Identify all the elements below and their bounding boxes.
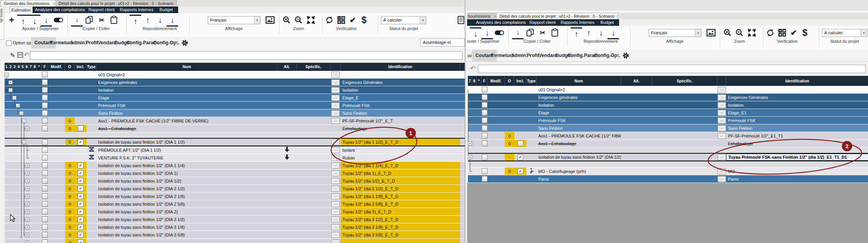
tree-expander-icon[interactable]: + (25, 217, 29, 221)
flag-checkbox[interactable] (482, 94, 487, 100)
table-row[interactable]: +0✔Isolation de tuyau sans finition 1/2"… (5, 177, 465, 185)
table-row[interactable]: +0✔Isolation de tuyau sans finition 1/2"… (5, 200, 465, 208)
column-header[interactable]: Nom (97, 63, 277, 71)
tree-expander-icon[interactable]: − (8, 88, 13, 92)
table-row[interactable]: −Sans Finition...Sans Finition (5, 109, 465, 117)
flag-checkbox[interactable] (482, 141, 487, 146)
column-header[interactable] (460, 63, 465, 71)
flag-checkbox[interactable] (42, 232, 48, 238)
more-button[interactable]: ... (331, 118, 340, 124)
more-button[interactable]: ... (718, 133, 726, 139)
column-header[interactable]: Modif. (487, 76, 505, 86)
o-cell[interactable]: 0 (65, 216, 75, 223)
tree-expander-icon[interactable]: + (25, 186, 29, 191)
o-cell[interactable]: 0 (65, 231, 75, 238)
column-header[interactable]: 2 (9, 63, 13, 71)
flag-checkbox[interactable] (42, 95, 48, 101)
more-button[interactable]: ... (331, 155, 340, 161)
include-checkbox[interactable]: ✔ (517, 154, 523, 160)
column-header[interactable]: 7 (29, 63, 33, 71)
include-checkbox[interactable]: ✔ (78, 224, 83, 230)
more-button[interactable]: ... (331, 163, 340, 169)
column-header[interactable]: * (37, 63, 42, 71)
more-button[interactable]: ... (331, 102, 340, 109)
o-cell[interactable]: 0 (65, 239, 75, 243)
column-header[interactable]: Spécific. (297, 63, 331, 71)
flag-checkbox[interactable] (42, 216, 48, 222)
o-cell[interactable]: 0 (65, 169, 75, 177)
include-checkbox[interactable]: ✔ (78, 139, 83, 145)
move-down-icon[interactable] (285, 154, 289, 161)
more-button[interactable]: ... (331, 201, 340, 207)
more-button[interactable]: ... (718, 168, 726, 174)
table-row[interactable]: +0Ass1 - ÉchafaudageÉchafaudage (468, 140, 868, 147)
more-button[interactable]: ... (331, 139, 340, 145)
more-button[interactable]: ... (331, 95, 340, 101)
include-checkbox[interactable]: ✔ (78, 216, 83, 222)
tree-expander-icon[interactable]: + (25, 209, 29, 214)
flag-checkbox[interactable] (42, 147, 48, 153)
o-cell[interactable]: 0 (65, 193, 75, 200)
more-button[interactable]: ... (718, 110, 726, 116)
more-button[interactable]: ... (331, 147, 340, 153)
tree-expander-icon[interactable]: + (25, 194, 29, 198)
tree-expander-icon[interactable]: + (25, 202, 29, 206)
table-row[interactable]: −0Ass1 - PRÉMOULÉ FSK CACHÉ (1/2" FIBRE … (5, 117, 465, 125)
table-row[interactable]: 0✔MO - Calorifugeage (pi/h)...MO (468, 168, 868, 175)
flag-checkbox[interactable] (42, 155, 48, 161)
o-cell[interactable]: 0 (65, 125, 75, 132)
flag-checkbox[interactable] (42, 209, 48, 215)
o-cell[interactable]: - (505, 154, 514, 161)
table-row[interactable]: −Étage...Étage_E (5, 94, 465, 102)
tree-expander-icon[interactable]: − (16, 103, 20, 107)
table-row[interactable]: +0✔... (5, 239, 465, 243)
table-row[interactable]: Isolation...Isolation (468, 101, 868, 109)
flag-checkbox[interactable] (42, 224, 48, 230)
table-row[interactable]: +0✔Isolation de tuyau sans finition 1/2"… (5, 185, 465, 193)
table-row[interactable]: +Exigences générales...Exigences Général… (5, 79, 465, 86)
o-cell[interactable]: 0 (505, 132, 514, 139)
column-header[interactable]: Type (526, 76, 537, 86)
table-row[interactable]: Paroc...Paroc (468, 175, 868, 183)
table-row[interactable]: Étage...Étage_E1 (468, 109, 868, 117)
flag-checkbox[interactable] (482, 125, 487, 131)
more-button[interactable]: ... (718, 87, 726, 93)
column-header[interactable]: Incl. (514, 76, 526, 86)
flag-checkbox[interactable] (482, 176, 487, 182)
column-header[interactable]: Modif. (48, 63, 65, 71)
include-checkbox[interactable]: ✔ (78, 178, 83, 184)
table-row[interactable]: −0✔Isolation de tuyau sans finition 1/2"… (5, 138, 465, 146)
table-row[interactable]: +0✔Isolation de tuyau sans finition 1/2"… (5, 208, 465, 216)
more-button[interactable]: ... (331, 216, 340, 223)
flag-checkbox[interactable] (482, 110, 487, 116)
column-header[interactable]: * (477, 76, 481, 86)
more-button[interactable]: ... (718, 117, 726, 124)
column-header[interactable]: Nom (537, 76, 621, 86)
o-cell[interactable]: 0 (65, 162, 75, 169)
column-header[interactable]: O (65, 63, 75, 71)
table-row[interactable]: +0✔Isolation de tuyau sans finition 1/2"… (5, 223, 465, 231)
column-header[interactable]: 8 (472, 76, 477, 86)
flag-checkbox[interactable] (42, 126, 48, 131)
tree-expander-icon[interactable]: + (25, 233, 29, 237)
tree-expander-icon[interactable]: + (25, 179, 29, 183)
table-row[interactable]: +0✔Isolation de tuyau sans finition 1/2"… (5, 162, 465, 169)
column-header[interactable]: F (481, 76, 487, 86)
tree-expander-icon[interactable]: + (25, 163, 29, 168)
table-row[interactable] (468, 161, 868, 168)
column-header[interactable]: Alt. (621, 76, 652, 86)
more-button[interactable]: ... (718, 154, 726, 160)
column-header[interactable]: O (505, 76, 514, 86)
include-checkbox[interactable]: ✔ (78, 240, 83, 243)
tree-expander-icon[interactable]: − (5, 72, 9, 77)
flag-checkbox[interactable] (482, 117, 487, 123)
column-header[interactable]: 8 (33, 63, 37, 71)
column-header[interactable]: 5 (21, 63, 25, 71)
more-button[interactable]: ... (331, 178, 340, 184)
tree-expander-icon[interactable]: − (12, 96, 17, 100)
column-header[interactable]: 4 (17, 63, 21, 71)
flag-checkbox[interactable] (42, 170, 48, 176)
flag-checkbox[interactable] (482, 87, 487, 92)
more-button[interactable]: ... (331, 240, 340, 243)
include-checkbox[interactable]: ✔ (78, 201, 83, 207)
